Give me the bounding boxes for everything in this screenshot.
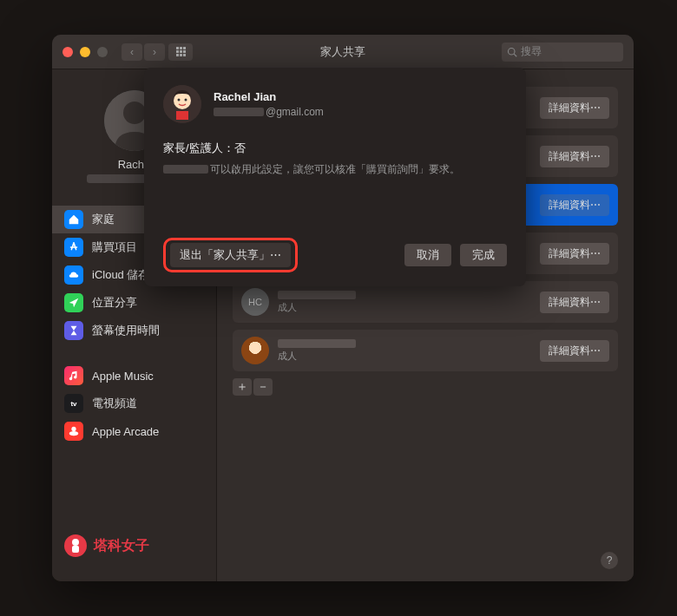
sidebar-item-label: 位置分享 [92, 295, 137, 311]
family-member-row[interactable]: HC 成人 詳細資料⋯ [233, 281, 618, 323]
svg-point-11 [178, 99, 181, 102]
member-role: 成人 [278, 301, 531, 314]
sidebar-item-label: Apple Music [92, 370, 154, 383]
forward-button[interactable]: › [144, 43, 165, 61]
show-all-button[interactable] [168, 43, 193, 61]
svg-point-12 [185, 99, 187, 102]
detail-button[interactable]: 詳細資料⋯ [540, 97, 609, 119]
svg-point-4 [71, 427, 76, 431]
back-button[interactable]: ‹ [122, 43, 142, 61]
modal-header: Rachel Jian @gmail.com [163, 85, 507, 123]
done-button[interactable]: 完成 [460, 244, 507, 266]
svg-point-3 [123, 102, 146, 124]
member-avatar: HC [241, 288, 269, 316]
sidebar-item-label: Apple Arcade [92, 425, 159, 438]
svg-point-7 [72, 539, 79, 546]
modal-user-email: @gmail.com [214, 106, 324, 118]
search-placeholder: 搜尋 [521, 44, 542, 59]
hourglass-icon [64, 321, 83, 340]
annotation-highlight: 退出「家人共享」⋯ [163, 238, 298, 272]
svg-point-5 [69, 431, 79, 436]
list-actions: ＋ － [233, 378, 618, 396]
search-icon [507, 47, 517, 57]
sidebar-item-tv[interactable]: tv 電視頻道 [52, 390, 216, 417]
member-name-redacted [278, 339, 356, 348]
detail-button[interactable]: 詳細資料⋯ [540, 292, 609, 313]
help-button[interactable]: ? [601, 552, 618, 569]
modal-user-info: Rachel Jian @gmail.com [214, 90, 324, 118]
sidebar-item-location[interactable]: 位置分享 [52, 289, 216, 317]
brand-icon [64, 534, 87, 557]
svg-point-10 [174, 92, 191, 109]
text-redacted [163, 165, 208, 174]
member-detail-sheet: Rachel Jian @gmail.com 家長/監護人：否 可以啟用此設定，… [144, 68, 526, 286]
location-icon [64, 293, 83, 312]
sidebar-item-arcade[interactable]: Apple Arcade [52, 417, 216, 445]
guardian-description: 可以啟用此設定，讓您可以核准「購買前詢問」要求。 [163, 161, 507, 177]
appletv-icon: tv [64, 394, 83, 413]
sidebar-item-label: 螢幕使用時間 [92, 323, 160, 338]
remove-member-button[interactable]: － [253, 378, 273, 396]
minimize-window-button[interactable] [80, 47, 90, 57]
brand-text: 塔科女子 [94, 537, 149, 555]
cancel-button[interactable]: 取消 [404, 244, 451, 266]
zoom-window-button[interactable] [97, 47, 108, 57]
modal-avatar [163, 85, 201, 123]
titlebar: ‹ › 家人共享 搜尋 [52, 35, 634, 69]
leave-family-sharing-button[interactable]: 退出「家人共享」⋯ [170, 243, 291, 267]
sidebar-item-label: 家庭 [92, 212, 115, 227]
modal-footer: 退出「家人共享」⋯ 取消 完成 [163, 238, 507, 272]
guardian-title: 家長/監護人：否 [163, 141, 507, 156]
svg-rect-13 [176, 111, 188, 120]
watermark: 塔科女子 [52, 524, 216, 567]
sidebar-item-label: 購買項目 [92, 239, 137, 255]
music-icon [64, 366, 83, 385]
svg-point-0 [509, 48, 516, 55]
detail-button[interactable]: 詳細資料⋯ [540, 340, 609, 362]
member-role: 成人 [278, 350, 531, 363]
sidebar-item-label: 電視頻道 [92, 396, 137, 411]
window-title: 家人共享 [320, 44, 365, 60]
sidebar-item-screentime[interactable]: 螢幕使用時間 [52, 317, 216, 344]
window-controls [62, 47, 108, 57]
modal-user-name: Rachel Jian [214, 90, 324, 103]
detail-button[interactable]: 詳細資料⋯ [540, 194, 609, 216]
detail-button[interactable]: 詳細資料⋯ [540, 146, 609, 167]
detail-button[interactable]: 詳細資料⋯ [540, 243, 609, 265]
close-window-button[interactable] [62, 47, 73, 57]
sidebar-item-apple-music[interactable]: Apple Music [52, 362, 216, 390]
search-input[interactable]: 搜尋 [502, 43, 623, 62]
add-member-button[interactable]: ＋ [233, 378, 252, 396]
member-avatar [241, 337, 269, 364]
svg-line-1 [514, 54, 516, 56]
guardian-section: 家長/監護人：否 可以啟用此設定，讓您可以核准「購買前詢問」要求。 [163, 141, 507, 177]
appstore-icon [64, 238, 83, 257]
grid-icon [176, 47, 186, 56]
nav-buttons: ‹ › [122, 43, 165, 61]
house-icon [64, 210, 83, 229]
cloud-icon [64, 265, 83, 285]
email-redacted [214, 108, 264, 116]
family-member-row[interactable]: 成人 詳細資料⋯ [233, 330, 618, 371]
member-name-redacted [278, 291, 356, 299]
svg-rect-8 [72, 546, 79, 553]
arcade-icon [64, 422, 83, 441]
